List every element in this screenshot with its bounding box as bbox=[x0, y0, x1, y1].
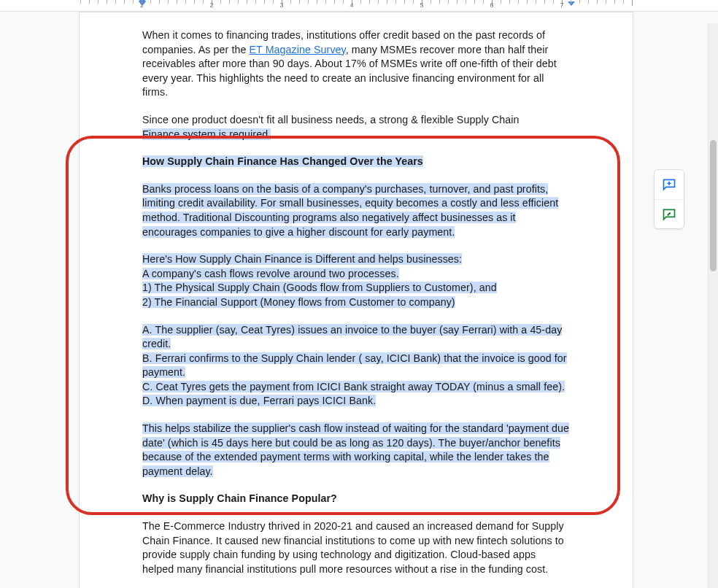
selected-text: A company's cash flows revolve around tw… bbox=[142, 268, 399, 279]
selected-text: Banks process loans on the basis of a co… bbox=[142, 183, 558, 238]
ruler-number: 7 bbox=[560, 1, 563, 9]
selected-text: A. The supplier (say, Ceat Tyres) issues… bbox=[142, 324, 562, 350]
selected-text: How Supply Chain Finance Has Changed Ove… bbox=[142, 155, 423, 167]
ruler-number: 5 bbox=[420, 1, 423, 9]
selected-text: C. Ceat Tyres gets the payment from ICIC… bbox=[142, 381, 565, 392]
et-magazine-link[interactable]: ET Magazine Survey bbox=[250, 44, 346, 55]
right-indent-marker[interactable] bbox=[568, 1, 575, 6]
body-text: Since one product doesn't fit all busine… bbox=[142, 114, 519, 125]
suggest-edits-icon bbox=[662, 207, 676, 222]
selected-text: 1) The Physical Supply Chain (Goods flow… bbox=[142, 282, 497, 293]
paragraph[interactable]: Here's How Supply Chain Finance is Diffe… bbox=[142, 252, 570, 309]
document-workspace: When it comes to financing trades, insti… bbox=[0, 12, 718, 588]
selected-text: Finance system is required. bbox=[142, 128, 271, 140]
selected-text: This helps stabilize the supplier's cash… bbox=[142, 422, 569, 477]
paragraph[interactable]: This helps stabilize the supplier's cash… bbox=[142, 422, 570, 479]
add-comment-button[interactable] bbox=[655, 170, 684, 199]
floating-toolbar bbox=[654, 169, 684, 229]
suggest-edits-button[interactable] bbox=[655, 199, 684, 228]
paragraph[interactable]: Banks process loans on the basis of a co… bbox=[142, 182, 570, 239]
paragraph[interactable]: Since one product doesn't fit all busine… bbox=[142, 113, 570, 142]
heading[interactable]: How Supply Chain Finance Has Changed Ove… bbox=[142, 155, 570, 169]
paragraph[interactable]: The E-Commerce Industry thrived in 2020-… bbox=[142, 519, 570, 576]
horizontal-ruler: 1234567 bbox=[0, 0, 718, 12]
document-page[interactable]: When it comes to financing trades, insti… bbox=[79, 12, 633, 588]
selected-text: Here's How Supply Chain Finance is Diffe… bbox=[142, 253, 462, 265]
ruler-number: 4 bbox=[350, 1, 353, 9]
heading[interactable]: Why is Supply Chain Finance Popular? bbox=[142, 492, 570, 506]
paragraph[interactable]: When it comes to financing trades, insti… bbox=[142, 28, 570, 100]
ruler-number: 2 bbox=[209, 1, 213, 9]
add-comment-icon bbox=[662, 177, 676, 192]
selected-text: 2) The Financial Support (Money flows fr… bbox=[142, 296, 455, 308]
ruler-number: 1 bbox=[139, 1, 143, 9]
ruler-number: 3 bbox=[279, 1, 283, 9]
vertical-scrollbar[interactable] bbox=[708, 23, 718, 588]
paragraph[interactable]: A. The supplier (say, Ceat Tyres) issues… bbox=[142, 323, 570, 409]
scrollbar-thumb[interactable] bbox=[710, 140, 717, 271]
selected-text: D. When payment is due, Ferrari pays ICI… bbox=[142, 395, 376, 406]
selected-text: B. Ferrari confirms to the Supply Chain … bbox=[142, 352, 567, 379]
ruler-number: 6 bbox=[490, 1, 493, 9]
